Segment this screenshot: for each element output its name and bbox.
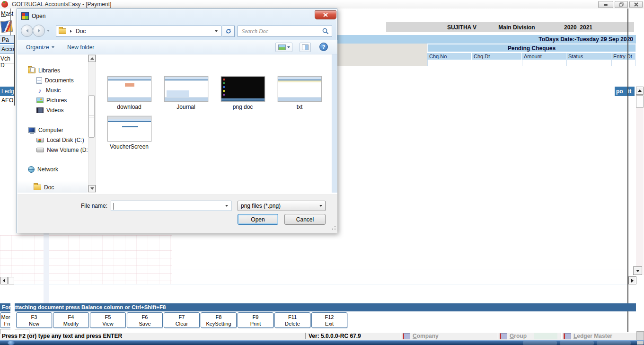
left-panel-item-voucher[interactable]: Vch D xyxy=(0,54,14,63)
start-orb-icon[interactable] xyxy=(8,341,15,345)
hscroll-right-button[interactable] xyxy=(628,276,636,284)
breadcrumb-arrow-icon[interactable] xyxy=(70,30,72,33)
new-folder-label: New folder xyxy=(67,44,94,51)
help-button[interactable]: ? xyxy=(319,43,328,51)
file-item-journal[interactable]: Journal xyxy=(162,76,210,110)
divider xyxy=(497,333,497,339)
status-link-company[interactable]: Company xyxy=(413,333,439,339)
dialog-close-button[interactable] xyxy=(315,10,336,19)
nav-item-new-volume-d[interactable]: New Volume (D:) xyxy=(36,145,90,155)
nav-item-libraries[interactable]: Libraries xyxy=(28,66,60,75)
left-panel-item-aeo[interactable]: AEO xyxy=(0,96,14,105)
menu-master[interactable]: Mast xyxy=(1,10,13,17)
nav-item-videos[interactable]: Videos xyxy=(36,106,63,115)
nav-scroll-thumb[interactable] xyxy=(88,95,95,138)
session-banner: SUJITHA V Main Division 2020_2021 xyxy=(386,22,634,32)
left-panel-item-ledger-selected[interactable]: Ledg xyxy=(0,87,14,96)
status-green-box xyxy=(534,333,557,339)
current-folder-row[interactable]: Doc xyxy=(18,182,88,193)
search-input[interactable]: Search Doc xyxy=(238,26,332,37)
address-dropdown-icon[interactable] xyxy=(215,30,218,32)
deposit-cell[interactable]: po it xyxy=(615,87,635,96)
disk-drive-icon xyxy=(36,148,44,152)
open-button-label: Open xyxy=(251,216,265,223)
grid-line xyxy=(522,60,522,66)
grid-line xyxy=(472,60,472,66)
dialog-content: Libraries Documents ♪ Music Pictures Vid… xyxy=(18,54,337,195)
disk-drive-icon xyxy=(36,138,44,142)
restore-button[interactable] xyxy=(615,1,628,8)
vscroll-track[interactable] xyxy=(636,87,644,275)
division-name: Main Division xyxy=(498,24,535,31)
address-bar[interactable]: Doc xyxy=(56,26,221,37)
nav-item-network[interactable]: Network xyxy=(28,165,58,174)
fn-button-f3-new[interactable]: F3New xyxy=(16,312,52,328)
grid-line xyxy=(611,60,612,66)
vscroll-up-button[interactable] xyxy=(636,87,644,95)
fn-button-f6-save[interactable]: F6Save xyxy=(127,312,163,328)
fn-button-f7-clear[interactable]: F7Clear xyxy=(164,312,200,328)
nav-item-music[interactable]: ♪ Music xyxy=(36,86,61,95)
minimize-button[interactable] xyxy=(598,1,613,8)
resize-grip[interactable] xyxy=(331,225,336,230)
hscroll-left-button[interactable] xyxy=(0,277,8,284)
nav-item-computer[interactable]: Computer xyxy=(28,125,63,135)
file-type-select[interactable]: png files (*.png) xyxy=(238,201,326,211)
new-folder-button[interactable]: New folder xyxy=(67,44,94,51)
nav-label: New Volume (D:) xyxy=(47,147,90,153)
forward-button[interactable] xyxy=(33,25,45,37)
fn-button-f5-view[interactable]: F5View xyxy=(90,312,126,328)
organize-menu[interactable]: Organize xyxy=(26,44,54,51)
music-note-icon: ♪ xyxy=(36,87,43,94)
fn-key: F7 xyxy=(164,314,199,320)
taskbar-button[interactable] xyxy=(560,341,594,345)
fn-label: Delete xyxy=(275,320,310,327)
preview-pane-button[interactable] xyxy=(300,43,311,52)
nav-scroll-down-button[interactable] xyxy=(88,185,96,192)
left-panel-item-account[interactable]: Acco xyxy=(0,45,14,54)
file-thumbnail xyxy=(107,76,151,102)
recent-pages-chevron-icon[interactable] xyxy=(47,30,50,32)
window-titlebar: GOFRUGAL AccountsEasy - [Payment] xyxy=(0,0,644,9)
nav-item-documents[interactable]: Documents xyxy=(36,76,74,85)
vscroll-thumb[interactable] xyxy=(636,95,644,108)
fn-button-f4-modify[interactable]: F4Modify xyxy=(53,312,89,328)
fn-button-f9-print[interactable]: F9Print xyxy=(238,312,273,328)
hscroll-thumb[interactable] xyxy=(8,277,14,284)
dialog-navigation-row: Doc Search Doc xyxy=(17,23,338,39)
views-chevron-icon xyxy=(287,46,290,48)
status-link-ledger-master[interactable]: Ledger Master xyxy=(573,333,612,339)
refresh-icon xyxy=(225,28,232,35)
grid-column-band xyxy=(44,233,49,303)
fn-button-f8-keysetting[interactable]: F8KeySetting xyxy=(201,312,237,328)
user-name: SUJITHA V xyxy=(447,24,476,31)
open-button[interactable]: Open xyxy=(238,214,278,225)
cancel-button[interactable]: Cancel xyxy=(284,214,326,225)
nav-label: Local Disk (C:) xyxy=(47,137,84,143)
dialog-toolbar: Organize New folder ? xyxy=(18,40,337,54)
status-link-group[interactable]: Group xyxy=(510,333,527,339)
taskbar-button[interactable] xyxy=(597,341,631,345)
views-button[interactable] xyxy=(275,43,292,52)
file-item-png-doc[interactable]: png doc xyxy=(219,76,266,110)
file-item-voucherscreen[interactable]: VoucherScreen xyxy=(106,116,153,150)
grid-line xyxy=(427,60,428,66)
file-item-txt[interactable]: txt xyxy=(276,76,323,110)
back-button[interactable] xyxy=(21,25,33,37)
file-name-input[interactable] xyxy=(111,201,231,211)
file-name-dropdown-icon[interactable] xyxy=(225,205,228,207)
refresh-button[interactable] xyxy=(222,26,235,37)
file-item-download[interactable]: download xyxy=(106,76,153,110)
close-button[interactable] xyxy=(629,1,643,8)
nav-label: Videos xyxy=(46,107,63,114)
ledger-book-icon[interactable] xyxy=(0,20,13,33)
nav-item-pictures[interactable]: Pictures xyxy=(36,96,67,105)
nav-item-local-disk-c[interactable]: Local Disk (C:) xyxy=(36,135,84,145)
vscroll-down-button[interactable] xyxy=(633,266,642,275)
nav-scroll-up-button[interactable] xyxy=(88,55,96,62)
taskbar-button[interactable] xyxy=(523,341,557,345)
fn-button-f12-exit[interactable]: F12Exit xyxy=(311,312,347,328)
fn-button-f11-delete[interactable]: F11Delete xyxy=(274,312,310,328)
breadcrumb-location[interactable]: Doc xyxy=(76,28,86,35)
picture-icon xyxy=(36,97,44,103)
